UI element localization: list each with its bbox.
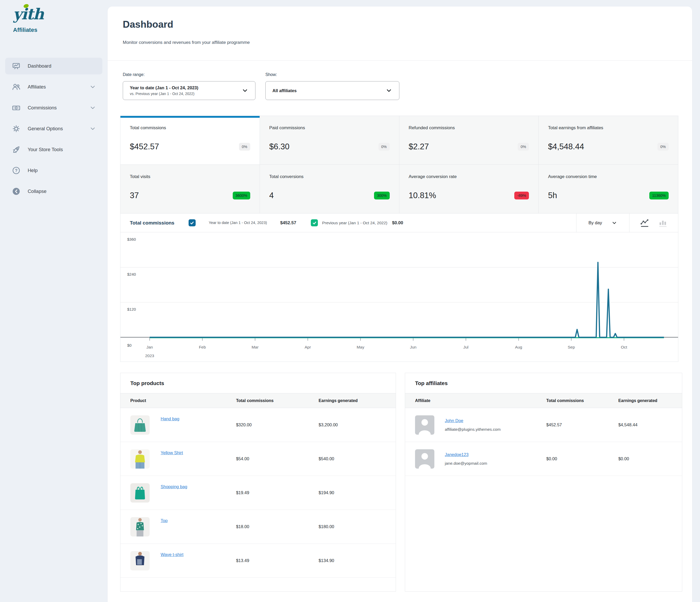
x-axis-label: Sep: [568, 345, 575, 349]
product-link[interactable]: Top: [160, 518, 168, 523]
chevron-down-icon: [89, 125, 96, 132]
top-products-panel: Top products Product Total commissions E…: [120, 373, 396, 592]
product-link[interactable]: Shopping bag: [160, 484, 187, 489]
chart-legend-series: Total commissions Year to date (Jan 1 - …: [120, 213, 403, 232]
stat-label: Total visits: [130, 174, 250, 179]
chart-canvas: $360$240$120$0JanFebMarAprMayJunJulAugSe…: [120, 232, 678, 362]
stat-label: Total commissions: [130, 125, 250, 131]
table-row: Wave t-shirt $13.49 $134.90: [120, 544, 396, 578]
page-header: Dashboard Monitor conversions and revenu…: [108, 6, 692, 60]
chevron-down-icon: [611, 220, 617, 226]
help-icon: ?: [11, 166, 21, 175]
column-header-affiliate: Affiliate: [405, 398, 546, 403]
commissions-chart[interactable]: $360$240$120$0JanFebMarAprMayJunJulAugSe…: [120, 232, 678, 362]
trend-badge: 0%: [657, 143, 669, 151]
sidebar-item-help[interactable]: ? Help: [5, 162, 102, 179]
stat-card-avg-conversion-time[interactable]: Average conversion time 5h11360%: [539, 165, 678, 213]
table-row: Hand bag $320.00 $3,200.00: [120, 408, 396, 442]
plugin-name: Affiliates: [13, 27, 44, 33]
bar-chart-icon[interactable]: [659, 218, 667, 227]
product-commissions: $18.00: [236, 524, 319, 529]
x-axis-label: Jun: [410, 345, 416, 349]
stat-card-total-visits[interactable]: Total visits 373600%: [120, 165, 260, 213]
stat-card-paid-commissions[interactable]: Paid commissions $6.300%: [260, 116, 399, 165]
column-header-earnings: Earnings generated: [618, 398, 682, 403]
stat-label: Paid commissions: [269, 125, 390, 131]
sidebar-item-dashboard[interactable]: Dashboard: [5, 58, 102, 74]
series2-checkbox[interactable]: [311, 219, 318, 226]
chart-controls: By day: [576, 213, 678, 232]
affiliate-link[interactable]: Janedoe123: [445, 452, 487, 457]
affiliate-link[interactable]: John Doe: [445, 418, 501, 423]
stat-card-refunded-commissions[interactable]: Refunded commissions $2.270%: [399, 116, 539, 165]
product-image-wave-tshirt: [130, 551, 150, 570]
date-range-group: Date range: Year to date (Jan 1 - Oct 24…: [123, 72, 255, 100]
sidebar: yith Affiliates Dashboard Affiliates Com…: [0, 0, 108, 602]
main-content: Dashboard Monitor conversions and revenu…: [108, 6, 692, 602]
trend-badge: 0%: [239, 143, 250, 151]
table-row: Shopping bag $19.49 $194.90: [120, 476, 396, 510]
banknote-icon: [11, 103, 21, 112]
stat-value: 5h: [548, 191, 557, 200]
y-axis-label: $240: [127, 272, 136, 277]
product-link[interactable]: Hand bag: [160, 416, 179, 421]
stat-value: 10.81%: [409, 191, 436, 200]
product-earnings: $194.90: [319, 490, 396, 495]
stat-label: Total conversions: [269, 174, 390, 179]
line-chart-icon[interactable]: [641, 218, 649, 227]
column-header-product: Product: [120, 398, 236, 403]
series1-label: Year to date (Jan 1 - Oct 24, 2023): [199, 220, 277, 226]
trend-badge: 3600%: [233, 192, 250, 200]
product-earnings: $180.00: [319, 524, 396, 529]
table-row: Top $18.00 $180.00: [120, 510, 396, 544]
stat-label: Average conversion time: [548, 174, 669, 179]
series1-checkbox[interactable]: [189, 219, 196, 226]
sidebar-item-commissions[interactable]: Commissions: [5, 100, 102, 116]
stat-value: $2.27: [409, 142, 429, 151]
svg-text:?: ?: [15, 168, 18, 173]
product-image-hand-bag: [130, 415, 150, 435]
yith-logo-text: yith: [13, 5, 44, 23]
stat-card-total-conversions[interactable]: Total conversions 4300%: [260, 165, 399, 213]
affiliate-earnings: $4,548.44: [618, 422, 682, 427]
product-link[interactable]: Yellow Shirt: [160, 450, 183, 455]
affiliates-select-value: All affiliates: [272, 88, 297, 93]
filters-bar: Date range: Year to date (Jan 1 - Oct 24…: [123, 72, 399, 100]
yith-logo: yith Affiliates: [13, 5, 44, 33]
product-earnings: $3,200.00: [319, 422, 396, 427]
stat-card-total-commissions[interactable]: Total commissions $452.570%: [120, 116, 260, 165]
sidebar-item-label: Help: [28, 167, 38, 173]
chart-legend: Total commissions Year to date (Jan 1 - …: [120, 213, 678, 232]
stat-card-total-earnings[interactable]: Total earnings from affiliates $4,548.44…: [539, 116, 678, 165]
date-range-select[interactable]: Year to date (Jan 1 - Oct 24, 2023) vs. …: [123, 81, 255, 100]
sidebar-item-label: Dashboard: [28, 63, 51, 69]
affiliate-commissions: $452.57: [546, 422, 619, 427]
column-header-commissions: Total commissions: [236, 398, 319, 403]
table-row: Janedoe123 jane.doe@yopmail.com $0.00 $0…: [405, 442, 682, 476]
interval-select-value: By day: [589, 220, 602, 226]
product-link[interactable]: Wave t-shirt: [160, 552, 183, 557]
sidebar-menu: Dashboard Affiliates Commissions Gene: [0, 58, 108, 204]
product-earnings: $540.00: [319, 456, 396, 461]
overview-widget: Total commissions $452.570% Paid commiss…: [120, 116, 678, 362]
date-range-value: Year to date (Jan 1 - Oct 24, 2023) vs. …: [130, 85, 198, 96]
stat-card-avg-conversion-rate[interactable]: Average conversion rate 10.81%-89%: [399, 165, 539, 213]
stats-grid: Total commissions $452.570% Paid commiss…: [120, 116, 678, 213]
y-axis-label: $120: [127, 307, 136, 311]
affiliates-select[interactable]: All affiliates: [266, 81, 399, 100]
trend-badge: 11360%: [649, 192, 669, 200]
sidebar-item-affiliates[interactable]: Affiliates: [5, 79, 102, 95]
table-row: Yellow Shirt $54.00 $540.00: [120, 442, 396, 476]
sidebar-item-collapse[interactable]: Collapse: [5, 183, 102, 200]
trend-badge: 0%: [518, 143, 529, 151]
stat-label: Average conversion rate: [409, 174, 529, 179]
x-axis-label: Oct: [621, 345, 627, 349]
sidebar-item-general-options[interactable]: General Options: [5, 120, 102, 137]
top-products-header: Product Total commissions Earnings gener…: [120, 393, 396, 408]
rocket-icon: [11, 145, 21, 154]
product-commissions: $19.49: [236, 490, 319, 495]
affiliate-email: jane.doe@yopmail.com: [445, 461, 487, 466]
sidebar-item-your-store-tools[interactable]: Your Store Tools: [5, 141, 102, 158]
x-axis-label: Aug: [515, 345, 522, 349]
interval-select[interactable]: By day: [576, 213, 629, 232]
